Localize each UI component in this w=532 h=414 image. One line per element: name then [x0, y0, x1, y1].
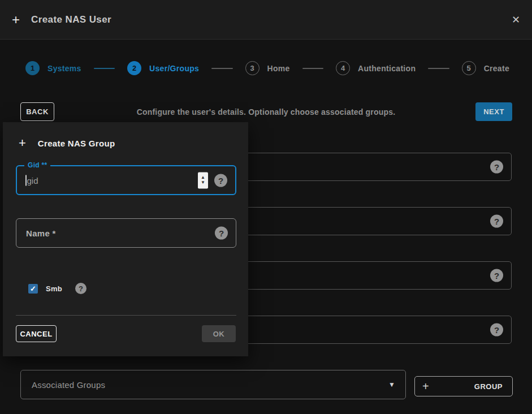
gid-number-stepper[interactable]: ▲ ▼ [198, 172, 208, 188]
add-group-button[interactable]: + GROUP [414, 376, 513, 396]
next-button[interactable]: NEXT [475, 102, 512, 121]
step-home[interactable]: 3 Home [245, 61, 290, 75]
ok-button[interactable]: OK [202, 325, 236, 342]
plus-icon: + [12, 13, 20, 27]
create-nas-group-modal: + Create NAS Group Gid ** gid ▲ ▼ ? Name… [3, 122, 248, 356]
step-label: Home [267, 64, 290, 73]
name-field[interactable]: Name * ? [16, 218, 236, 248]
step-number-badge: 2 [127, 61, 141, 75]
chevron-down-icon: ▼ [388, 381, 395, 389]
associated-groups-placeholder: Associated Groups [32, 380, 105, 390]
step-create[interactable]: 5 Create [462, 61, 509, 75]
help-icon[interactable]: ? [490, 161, 503, 174]
close-icon[interactable]: ✕ [512, 15, 520, 25]
smb-checkbox-row: ✓ Smb ? [28, 283, 86, 294]
associated-groups-select[interactable]: Associated Groups ▼ [20, 370, 406, 399]
help-icon[interactable]: ? [214, 174, 227, 187]
step-user-groups[interactable]: 2 User/Groups [127, 61, 199, 75]
step-systems[interactable]: 1 Systems [25, 61, 81, 75]
cancel-button[interactable]: CANCEL [16, 325, 57, 342]
checkmark-icon: ✓ [30, 285, 36, 292]
step-number-badge: 5 [462, 61, 476, 75]
step-label: User/Groups [149, 64, 199, 73]
step-connector [211, 68, 232, 69]
dialog-title: Create NAS User [31, 14, 111, 25]
stepper-down-icon[interactable]: ▼ [201, 180, 205, 186]
modal-title: Create NAS Group [38, 139, 115, 148]
plus-icon: + [19, 137, 26, 149]
step-label: Create [484, 64, 509, 73]
step-number-badge: 4 [336, 61, 350, 75]
gid-field-label: Gid ** [24, 161, 50, 169]
add-group-button-label: GROUP [474, 382, 503, 391]
step-number-badge: 1 [25, 61, 40, 75]
step-connector [302, 68, 323, 69]
step-number-badge: 3 [245, 61, 259, 75]
name-field-label: Name * [26, 228, 56, 238]
help-icon[interactable]: ? [490, 215, 503, 228]
smb-checkbox-label: Smb [46, 284, 62, 293]
step-description: Configure the user's details. Optionally… [0, 107, 532, 117]
modal-header: + Create NAS Group [19, 137, 115, 149]
help-icon[interactable]: ? [490, 269, 503, 282]
step-authentication[interactable]: 4 Authentication [336, 61, 416, 75]
gid-field[interactable]: Gid ** gid ▲ ▼ ? [16, 165, 236, 195]
dialog-header: + Create NAS User ✕ [0, 0, 532, 40]
step-connector [94, 68, 115, 69]
smb-checkbox[interactable]: ✓ [28, 284, 38, 294]
gid-placeholder: gid [27, 175, 38, 185]
text-cursor [25, 175, 27, 186]
step-label: Systems [47, 64, 81, 73]
modal-divider [16, 315, 236, 316]
plus-icon: + [422, 381, 429, 392]
gid-input[interactable]: gid [25, 175, 38, 186]
help-icon[interactable]: ? [75, 283, 86, 294]
step-label: Authentication [358, 64, 416, 73]
step-connector [428, 68, 449, 69]
help-icon[interactable]: ? [490, 324, 503, 337]
wizard-stepper: 1 Systems 2 User/Groups 3 Home 4 Authent… [25, 61, 509, 75]
help-icon[interactable]: ? [215, 227, 228, 240]
